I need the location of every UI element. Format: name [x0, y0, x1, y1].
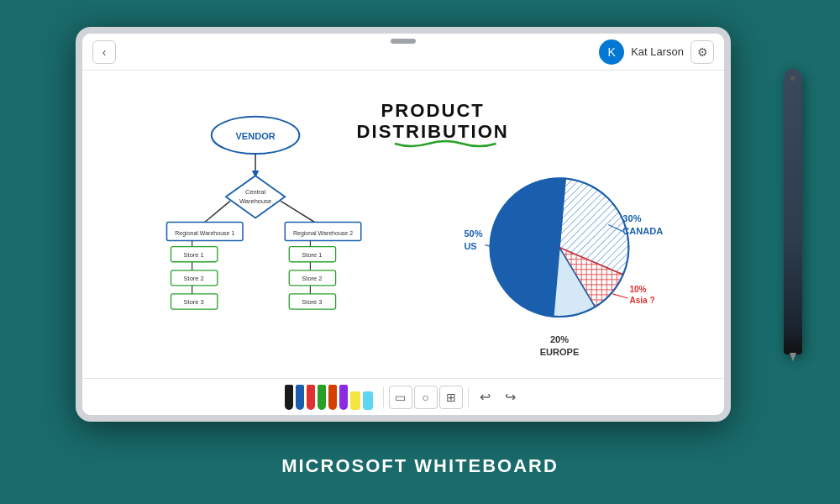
red-pen[interactable] — [307, 385, 315, 410]
green-pen[interactable] — [318, 385, 326, 410]
avatar[interactable]: K — [599, 39, 624, 65]
divider2 — [468, 387, 469, 407]
svg-marker-5 — [226, 176, 285, 218]
canada-label: CANADA — [622, 226, 663, 236]
europe-percent: 20% — [550, 334, 569, 344]
warehouse-label: Central — [245, 188, 266, 196]
undo-button[interactable]: ↩ — [474, 386, 497, 409]
asia-percent: 10% — [629, 285, 646, 294]
vendor-label: VENDOR — [235, 131, 275, 141]
us-percent: 50% — [464, 228, 482, 239]
orange-pen[interactable] — [328, 385, 337, 410]
rectangle-tool[interactable]: ▭ — [389, 386, 412, 409]
grid-tool[interactable]: ⊞ — [439, 386, 463, 409]
toolbar-bottom: ▭ ○ ⊞ ↩ ↪ — [82, 378, 724, 415]
store2-label: Store 2 — [184, 275, 204, 282]
black-pen[interactable] — [285, 385, 293, 410]
back-button[interactable]: ‹ — [92, 40, 116, 64]
tablet-screen: ‹ K Kat Larson ⚙ — [82, 34, 724, 415]
whiteboard-title: PRODUCT — [381, 100, 484, 121]
tablet-frame: ‹ K Kat Larson ⚙ — [76, 27, 731, 422]
store4-label: Store 1 — [302, 251, 322, 259]
regional2-label: Regional Warehouse 2 — [293, 230, 353, 237]
app-title: MICROSOFT WHITEBOARD — [281, 455, 559, 477]
settings-button[interactable]: ⚙ — [690, 40, 714, 64]
purple-pen[interactable] — [339, 385, 348, 410]
store6-label: Store 3 — [302, 298, 322, 306]
blue-pen[interactable] — [296, 385, 304, 410]
redo-button[interactable]: ↪ — [499, 386, 522, 409]
svg-line-7 — [281, 201, 314, 222]
tablet-wrapper: ‹ K Kat Larson ⚙ — [76, 27, 764, 447]
tablet-camera — [391, 39, 416, 44]
canvas-area[interactable]: PRODUCT DISTRIBUTION VENDOR Central — [82, 71, 724, 378]
whiteboard-subtitle: DISTRIBUTION — [357, 121, 509, 142]
store1-label: Store 1 — [184, 251, 204, 259]
user-area: K Kat Larson ⚙ — [599, 39, 714, 65]
pen-group — [285, 385, 373, 410]
store3-label: Store 3 — [184, 298, 204, 306]
canada-percent: 30% — [622, 213, 641, 223]
warehouse-label2: Warehouse — [239, 197, 271, 205]
stylus — [784, 69, 802, 354]
svg-line-6 — [205, 201, 230, 222]
regional1-label: Regional Warehouse 1 — [175, 230, 234, 237]
us-label: US — [464, 241, 476, 251]
yellow-highlighter[interactable] — [350, 391, 360, 410]
asia-label: Asia ? — [629, 296, 654, 305]
europe-label: EUROPE — [540, 347, 580, 357]
cyan-highlighter[interactable] — [363, 391, 373, 410]
divider1 — [383, 387, 384, 407]
store5-label: Store 2 — [302, 275, 322, 282]
svg-line-37 — [612, 294, 627, 298]
user-name-label: Kat Larson — [631, 45, 684, 58]
circle-tool[interactable]: ○ — [414, 386, 438, 409]
